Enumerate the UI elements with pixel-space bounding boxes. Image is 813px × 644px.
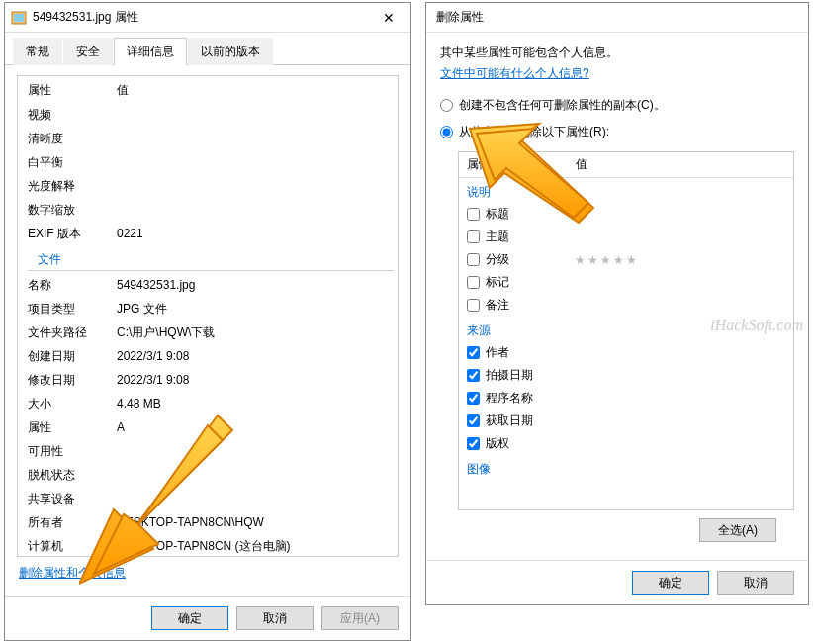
property-row[interactable]: 视频 — [18, 103, 398, 127]
list-item-checkbox[interactable] — [467, 299, 480, 312]
tab-previous[interactable]: 以前的版本 — [188, 38, 273, 65]
property-value — [117, 442, 388, 460]
remove-link-row: 删除属性和个人信息 — [17, 557, 399, 586]
list-item-checkbox[interactable] — [467, 346, 480, 359]
list-header-name: 属性 — [467, 156, 576, 173]
property-name: 名称 — [28, 276, 117, 294]
property-row[interactable]: 共享设备 — [18, 487, 398, 510]
property-list[interactable]: 属性 值 视频清晰度白平衡光度解释数字缩放EXIF 版本0221文件名称5494… — [17, 75, 399, 557]
dialog-buttons: 确定 取消 — [426, 560, 808, 604]
titlebar[interactable]: 删除属性 — [426, 3, 808, 33]
radio-remove-input[interactable] — [440, 126, 453, 138]
property-row[interactable]: 大小4.48 MB — [18, 392, 398, 415]
cancel-button[interactable]: 取消 — [236, 606, 314, 630]
property-name: 修改日期 — [28, 371, 117, 389]
property-name: 属性 — [28, 418, 117, 436]
property-row[interactable]: 计算机DESKTOP-TAPN8CN (这台电脑) — [18, 534, 398, 557]
select-all-row: 全选(A) — [440, 518, 794, 542]
tab-details[interactable]: 详细信息 — [114, 38, 187, 65]
window-title: 549432531.jpg 属性 — [33, 9, 369, 26]
list-item-checkbox[interactable] — [467, 392, 480, 405]
tab-general[interactable]: 常规 — [13, 38, 62, 65]
watermark: iHackSoft.com — [710, 317, 803, 334]
ok-button[interactable]: 确定 — [632, 571, 709, 595]
rating-stars-icon: ★★★★★ — [575, 253, 639, 267]
property-value: DESKTOP-TAPN8CN\HQW — [117, 513, 388, 531]
property-value: A — [117, 418, 388, 436]
property-name: 光度解释 — [28, 177, 117, 195]
property-value: 2022/3/1 9:08 — [117, 371, 388, 389]
property-row[interactable]: 白平衡 — [18, 150, 398, 174]
radio-copy-label: 创建不包含任何可删除属性的副本(C)。 — [459, 97, 666, 114]
list-item[interactable]: 作者 — [459, 341, 793, 364]
property-value — [117, 201, 388, 219]
tab-security[interactable]: 安全 — [63, 38, 113, 65]
property-row[interactable]: 光度解释 — [18, 174, 398, 198]
list-item-label: 作者 — [486, 344, 575, 361]
property-name: EXIF 版本 — [28, 225, 117, 242]
personal-info-link[interactable]: 文件中可能有什么个人信息? — [440, 66, 589, 80]
list-item[interactable]: 拍摄日期 — [459, 364, 793, 387]
list-item-label: 标记 — [486, 274, 575, 291]
ok-button[interactable]: 确定 — [151, 606, 228, 630]
remove-content: 其中某些属性可能包含个人信息。 文件中可能有什么个人信息? 创建不包含任何可删除… — [426, 33, 808, 560]
list-item[interactable]: 分级★★★★★ — [459, 248, 793, 271]
radio-copy-input[interactable] — [440, 99, 453, 112]
property-row[interactable]: 所有者DESKTOP-TAPN8CN\HQW — [18, 510, 398, 534]
svg-rect-1 — [14, 14, 24, 22]
property-name: 创建日期 — [28, 347, 117, 365]
property-row[interactable]: 修改日期2022/3/1 9:08 — [18, 368, 398, 392]
list-item-label: 标题 — [486, 206, 575, 223]
remove-properties-link[interactable]: 删除属性和个人信息 — [19, 566, 126, 580]
list-item-checkbox[interactable] — [467, 253, 480, 266]
select-all-button[interactable]: 全选(A) — [699, 518, 776, 542]
property-row[interactable]: 名称549432531.jpg — [18, 273, 398, 297]
apply-button[interactable]: 应用(A) — [321, 606, 399, 630]
close-button[interactable]: ✕ — [369, 4, 408, 32]
list-item-checkbox[interactable] — [467, 437, 480, 450]
list-item-label: 主题 — [486, 229, 575, 245]
list-header-value: 值 — [576, 156, 587, 173]
property-value — [117, 466, 388, 484]
property-value: DESKTOP-TAPN8CN (这台电脑) — [117, 537, 388, 555]
property-value: 2022/3/1 9:08 — [117, 347, 388, 365]
list-item-checkbox[interactable] — [467, 414, 480, 427]
property-name: 大小 — [28, 395, 117, 413]
list-item[interactable]: 标记 — [459, 271, 793, 294]
list-item[interactable]: 主题 — [459, 226, 793, 248]
property-row[interactable]: 创建日期2022/3/1 9:08 — [18, 344, 398, 368]
list-item[interactable]: 备注 — [459, 294, 793, 317]
property-row[interactable]: 文件夹路径C:\用户\HQW\下载 — [18, 321, 398, 344]
list-item-label: 拍摄日期 — [486, 367, 575, 384]
property-row[interactable]: EXIF 版本0221 — [18, 222, 398, 245]
property-row[interactable]: 可用性 — [18, 439, 398, 463]
list-item-checkbox[interactable] — [467, 369, 480, 382]
list-item[interactable]: 标题 — [459, 203, 793, 226]
list-item[interactable]: 版权 — [459, 432, 793, 455]
list-item-checkbox[interactable] — [467, 230, 480, 243]
list-item[interactable]: 获取日期 — [459, 410, 793, 432]
radio-remove-label: 从此文件中删除以下属性(R): — [459, 124, 609, 140]
property-value: JPG 文件 — [117, 300, 388, 318]
tab-bar: 常规 安全 详细信息 以前的版本 — [5, 33, 410, 65]
titlebar[interactable]: 549432531.jpg 属性 ✕ — [5, 3, 410, 33]
property-section-header: 文件 — [28, 247, 394, 271]
property-name: 所有者 — [28, 513, 117, 531]
radio-remove-selected[interactable]: 从此文件中删除以下属性(R): — [440, 119, 794, 145]
property-row[interactable]: 项目类型JPG 文件 — [18, 297, 398, 321]
radio-create-copy[interactable]: 创建不包含任何可删除属性的副本(C)。 — [440, 92, 794, 119]
property-row[interactable]: 数字缩放 — [18, 198, 398, 222]
property-row[interactable]: 属性A — [18, 415, 398, 439]
property-name: 共享设备 — [28, 490, 117, 507]
dialog-buttons: 确定 取消 应用(A) — [5, 596, 410, 640]
info-link-row: 文件中可能有什么个人信息? — [440, 65, 794, 82]
property-row[interactable]: 脱机状态 — [18, 463, 398, 487]
list-item[interactable]: 程序名称 — [459, 387, 793, 410]
list-item-checkbox[interactable] — [467, 276, 480, 289]
property-row[interactable]: 清晰度 — [18, 127, 398, 150]
properties-dialog: 549432531.jpg 属性 ✕ 常规 安全 详细信息 以前的版本 属性 值… — [4, 2, 411, 641]
cancel-button[interactable]: 取消 — [717, 571, 794, 595]
property-name: 文件夹路径 — [28, 323, 117, 341]
list-header: 属性 值 — [459, 152, 793, 178]
list-item-checkbox[interactable] — [467, 208, 480, 221]
